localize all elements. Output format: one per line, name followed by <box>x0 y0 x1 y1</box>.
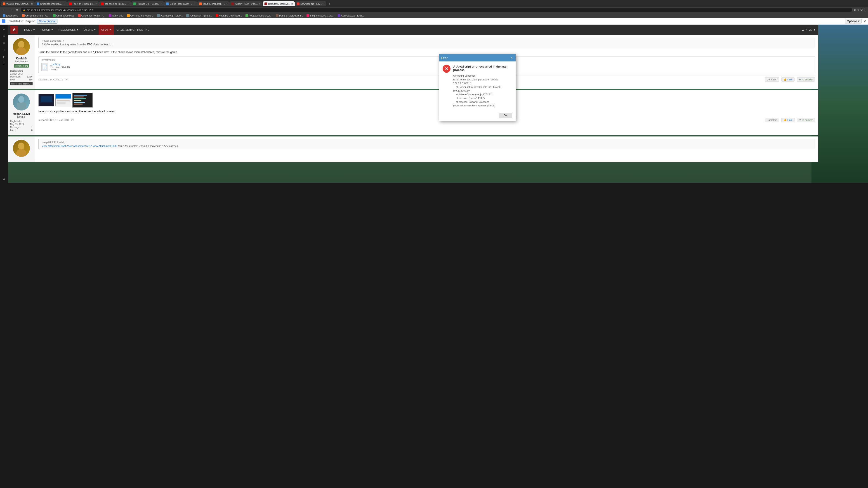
nav-next-arrow[interactable]: ▼ <box>813 28 816 31</box>
bookmark-collection1[interactable]: [Collection] - [Vide... <box>156 14 184 17</box>
sidebar-icon-6[interactable]: ⊞ <box>3 62 5 66</box>
post-6-complain-button[interactable]: Complain <box>765 77 779 82</box>
dialog-title-text: Error <box>441 56 447 60</box>
bookmark-quillbot[interactable]: Quillbot Cookies <box>52 14 75 17</box>
post-6-like-button[interactable]: 👍 I like <box>781 77 795 82</box>
msg-label-7: Messages: <box>10 126 21 129</box>
show-original-button[interactable]: Show original <box>37 19 57 24</box>
svg-rect-8 <box>56 94 71 98</box>
post-6-date: KosiakS , 24 Apr 2019 <box>38 78 63 81</box>
reload-button[interactable]: ↻ <box>14 8 19 12</box>
sidebar-settings-icon[interactable]: ⚙ <box>2 177 5 181</box>
bookmark-abhy[interactable]: Abhy Mod <box>108 14 124 17</box>
sidebar-icon-3[interactable]: ✉ <box>3 41 5 44</box>
options-button[interactable]: Options ▾ <box>845 19 862 24</box>
post-6-meta: KosiakS , 24 Apr 2019 #6 Complain 👍 I li… <box>38 75 815 82</box>
new-tab-button[interactable]: + <box>327 1 332 7</box>
nav-forum[interactable]: FORUM ▼ <box>38 25 56 35</box>
post-6-avatar <box>13 38 30 55</box>
tab-close-8[interactable]: ✕ <box>259 3 260 5</box>
nav-chat[interactable]: CHAT ▼ <box>98 25 114 35</box>
tab-title-10: Download file | iLov... <box>301 3 322 5</box>
bookmark-getlink[interactable]: Get Link Fshare - G... <box>21 14 50 17</box>
tab-close-2[interactable]: ✕ <box>64 3 65 5</box>
bookmark-label: Extensions <box>6 14 18 17</box>
bookmark-posts[interactable]: Posts of ga3ddolls f... <box>275 14 304 17</box>
sidebar-home-icon[interactable]: ⊕ <box>3 27 5 31</box>
bookmark-youtube[interactable]: Youtube Download... <box>215 14 243 17</box>
tab-9-active[interactable]: Проблемы которых... ✕ <box>263 1 295 6</box>
svg-rect-17 <box>74 104 83 105</box>
post-card-7: megaKILL121 Newbie Registration: May 13,… <box>8 90 818 135</box>
nav-home[interactable]: HOME ▼ <box>22 25 38 35</box>
screenshot-3[interactable] <box>72 93 93 107</box>
tab-5[interactable]: Finished GIF - Googl... ✕ <box>131 1 164 6</box>
nav-prev-arrow[interactable]: ▲ <box>802 28 804 31</box>
post-7-complain-button[interactable]: Complain <box>765 118 779 122</box>
tab-7[interactable]: Thiết kế không tên -... ✕ <box>197 1 229 6</box>
nav-resources[interactable]: RESOURCES ▼ <box>56 25 81 35</box>
error-line4: at doListen (net.js:1413:7) <box>453 96 512 100</box>
dialog-close-button[interactable]: ✕ <box>509 56 514 60</box>
post-8-view-attach-1[interactable]: View Attachment 5546 <box>42 144 66 147</box>
tab-1[interactable]: Watch Family Guy Se... ✕ <box>1 1 35 6</box>
nav-gameserver[interactable]: GAME SERVER HOSTING <box>114 25 152 35</box>
post-6-content: KosiakS Enlightened Forum Team Registrat… <box>8 35 818 89</box>
dialog-ok-button[interactable]: OK <box>499 113 512 118</box>
post-6-role: Enlightened <box>10 60 33 63</box>
tab-6[interactable]: Group Presentation -... ✕ <box>164 1 197 6</box>
post-7-answer-button[interactable]: ↩ To answer <box>797 118 815 122</box>
post-6-answer-button[interactable]: ↩ To answer <box>797 77 815 82</box>
tab-favicon-1 <box>3 2 5 5</box>
attach-views: Views: <box>51 68 70 71</box>
avatar-silhouette-6 <box>13 38 30 55</box>
tab-favicon-8 <box>231 2 234 5</box>
tab-close-9[interactable]: ✕ <box>291 3 293 5</box>
dialog-error-icon: ✕ <box>442 65 451 73</box>
post-7-like-button[interactable]: 👍 I like <box>781 118 795 122</box>
error-line3: at listenInCluster (net.js:1274:12) <box>453 93 512 96</box>
bookmark-label: Quillbot Cookies <box>56 14 74 17</box>
left-sidebar: ⊕ ☆ ✉ ◎ ▶ ⊞ ⚙ <box>0 25 8 183</box>
back-button[interactable]: ← <box>2 8 7 12</box>
screenshot-2[interactable] <box>55 94 71 106</box>
tab-8[interactable]: Клиент - Rust | Форy... ✕ <box>229 1 262 6</box>
tab-4[interactable]: can this high iq solo... ✕ <box>99 1 131 6</box>
post-7-username[interactable]: megaKILL121 <box>10 112 33 116</box>
close-translate-button[interactable]: ✕ <box>864 20 866 23</box>
tab-2[interactable]: Organizational Beha... ✕ <box>35 1 67 6</box>
tab-favicon-4 <box>101 2 104 5</box>
address-bar[interactable]: 🔒 forum.alkad.org/threads/Проблемы-котор… <box>20 8 852 12</box>
bookmark-label: Abhy Mod <box>112 14 123 17</box>
post-8-view-attach-3[interactable]: View Attachment 5548 <box>93 144 117 147</box>
tab-close-3[interactable]: ✕ <box>95 3 97 5</box>
bookmark-camcaps[interactable]: CamCaps.to - Exclu... <box>337 14 366 17</box>
tab-close-4[interactable]: ✕ <box>127 3 129 5</box>
tab-close-10[interactable]: ✕ <box>322 3 324 5</box>
bookmark-collection2[interactable]: [Collection] - [Vide... <box>185 14 213 17</box>
post-6-username[interactable]: KosiakS <box>10 57 33 60</box>
browser-chrome: Watch Family Guy Se... ✕ Organizational … <box>0 0 868 25</box>
tab-close-7[interactable]: ✕ <box>225 3 227 5</box>
attach-filename[interactable]: _md5.zip <box>51 63 61 66</box>
answer-icon: ↩ <box>799 78 801 81</box>
sidebar-icon-5[interactable]: ▶ <box>3 55 5 59</box>
bookmark-genially[interactable]: Genially, the tool fo... <box>126 14 155 17</box>
tab-close-6[interactable]: ✕ <box>193 3 195 5</box>
bookmark-cineb[interactable]: Cineb.net - Watch F... <box>77 14 106 17</box>
sidebar-icon-2[interactable]: ☆ <box>2 34 5 37</box>
tab-10[interactable]: Download file | iLov... ✕ <box>295 1 326 6</box>
nav-users[interactable]: USERS ▼ <box>81 25 98 35</box>
bookmark-football[interactable]: Football transfers, r... <box>245 14 273 17</box>
tab-close-5[interactable]: ✕ <box>160 3 162 5</box>
bookmark-extensions[interactable]: Extensions <box>2 14 19 17</box>
screenshot-1[interactable] <box>38 94 54 106</box>
sidebar-icon-4[interactable]: ◎ <box>3 48 5 52</box>
forward-button[interactable]: → <box>8 8 13 12</box>
post-6-quote: Power L1nk said: ↑ Infinite loading load… <box>38 37 815 48</box>
dialog-titlebar: Error ✕ <box>439 54 516 61</box>
post-8-view-attach-2[interactable]: View Attachment 5547 <box>67 144 92 147</box>
bookmark-blog[interactable]: Blog: InstaLive Cele... <box>306 14 335 17</box>
tab-close-1[interactable]: ✕ <box>31 3 33 5</box>
tab-3[interactable]: I built an ice lake bo... ✕ <box>67 1 99 6</box>
